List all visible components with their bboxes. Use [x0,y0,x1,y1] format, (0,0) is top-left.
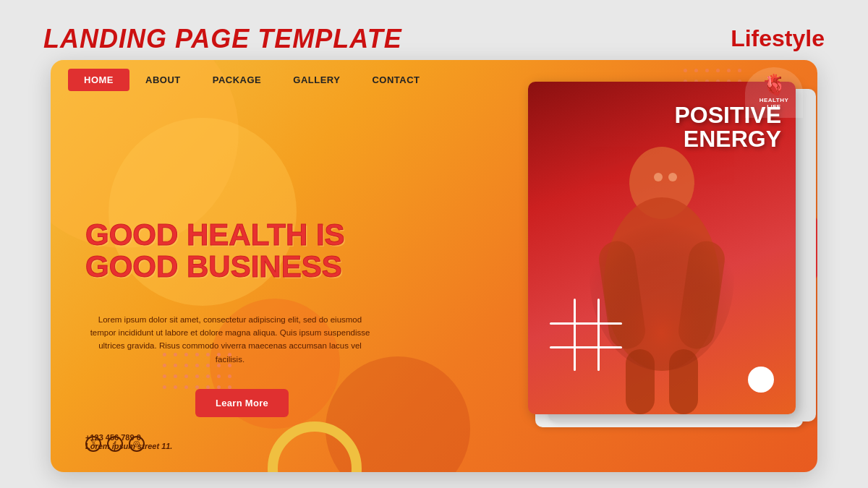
contact-address: Lorem ipsum street 11. [85,442,172,450]
page-subtitle: Lifestyle [731,25,825,52]
contact-info: +123 456 789 0 Lorem ipsum street 11. [85,433,172,450]
learn-more-button[interactable]: Learn More [195,389,289,417]
hashtag-grid [550,299,622,371]
headline-line1: GOOD HEALTH IS [85,219,345,251]
logo-badge: 🫀 HEALTHYLIFE [745,67,803,118]
headline-line2: GOOD BUSINESS [85,251,345,283]
contact-phone: +123 456 789 0 [85,433,172,442]
logo-text: HEALTHYLIFE [760,97,789,110]
body-text: Lorem ipsum dolor sit amet, consectetur … [85,313,375,367]
nav-about[interactable]: ABOUT [129,69,197,91]
image-stack: POSITIVE ENERGY [521,82,817,450]
headline-section: GOOD HEALTH IS GOOD BUSINESS [85,219,345,283]
top-bar: LANDING PAGE TEMPLATE Lifestyle [0,17,868,60]
svg-point-7 [668,173,677,181]
navbar: HOME ABOUT PACKAGE GALLERY CONTACT [51,60,817,100]
svg-point-6 [654,173,663,181]
nav-items: HOME ABOUT PACKAGE GALLERY CONTACT [68,69,436,91]
nav-home[interactable]: HOME [68,69,129,91]
landing-card: HOME ABOUT PACKAGE GALLERY CONTACT 🫀 HEA… [51,60,817,472]
person-svg [539,140,785,414]
nav-contact[interactable]: CONTACT [356,69,435,91]
nav-gallery[interactable]: GALLERY [277,69,356,91]
nav-package[interactable]: PACKAGE [197,69,278,91]
img-card-main: POSITIVE ENERGY [528,82,796,414]
white-circle-decoration [748,367,774,393]
heart-icon: 🫀 [762,75,787,95]
page-title: LANDING PAGE TEMPLATE [43,24,402,54]
